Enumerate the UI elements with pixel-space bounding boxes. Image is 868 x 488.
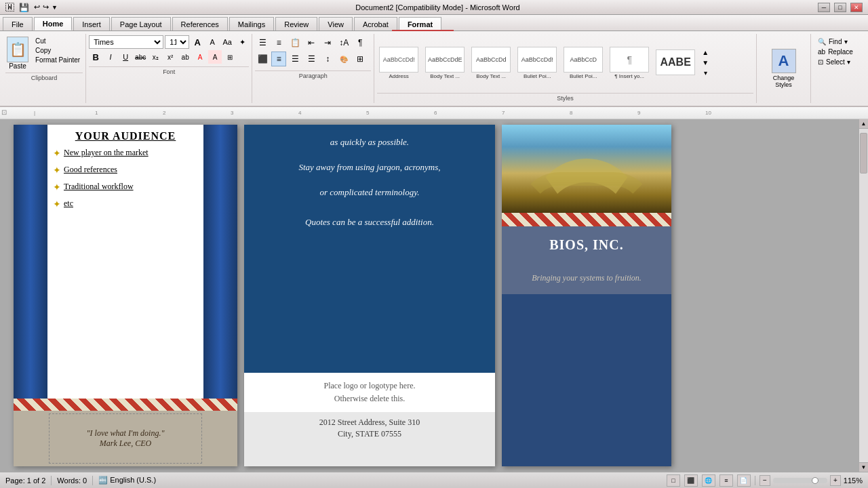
style-insert-preview: ¶ [610, 47, 649, 73]
align-left-button[interactable]: ⬛ [255, 52, 270, 66]
vertical-scrollbar[interactable]: ▲ ▼ [859, 119, 868, 472]
style-address-preview: AaBbCcDd! [379, 47, 418, 73]
change-styles-button[interactable]: A Change Styles [770, 47, 797, 89]
tab-pagelayout[interactable]: Page Layout [111, 17, 171, 30]
bullets-button[interactable]: ☰ [255, 35, 270, 50]
underline-button[interactable]: U [119, 50, 132, 64]
font-size-select[interactable]: 11 10 12 [165, 35, 189, 49]
format-painter-button[interactable]: Format Painter [33, 56, 83, 64]
show-marks-button[interactable]: ¶ [353, 35, 368, 50]
change-case-button[interactable]: Aa [220, 35, 234, 49]
scroll-down-arrow[interactable]: ▼ [859, 462, 868, 472]
line-spacing-button[interactable]: ↕ [320, 52, 335, 66]
tab-view[interactable]: View [319, 17, 353, 30]
grow-font-button[interactable]: A [191, 35, 204, 49]
multilevel-button[interactable]: 📋 [288, 35, 302, 50]
web-layout-btn[interactable]: 🌐 [702, 474, 715, 487]
tab-review[interactable]: Review [275, 17, 317, 30]
text-highlight-button[interactable]: ab [178, 50, 192, 64]
shrink-font-button[interactable]: A [205, 35, 219, 49]
ruler-toggle[interactable]: ⊡ [1, 108, 7, 116]
sort-button[interactable]: ↕A [336, 35, 351, 50]
font-group: Times Arial Calibri 11 10 12 A A Aa ✦ B … [86, 34, 252, 103]
strikethrough-button[interactable]: abc [134, 50, 147, 64]
draft-btn[interactable]: 📄 [737, 474, 751, 487]
subscript-button[interactable]: x₂ [149, 50, 162, 64]
style-bullet1[interactable]: AaBbCcDd! Bullet Poi... [515, 45, 559, 81]
borders-button[interactable]: ⊞ [353, 52, 368, 66]
style-aabe[interactable]: AABE [654, 47, 697, 78]
clear-formatting-button[interactable]: ✦ [235, 35, 249, 49]
quick-save[interactable]: 💾 [19, 3, 29, 12]
font-label: Font [89, 66, 249, 75]
style-bullet2[interactable]: AaBbCcD Bullet Poi... [561, 45, 605, 81]
tab-format[interactable]: Format [399, 17, 441, 30]
style-bullet2-preview: AaBbCcD [564, 47, 603, 73]
right-stripe-bar [502, 213, 671, 226]
styles-scroll-down[interactable]: ▼ [700, 58, 711, 67]
find-button[interactable]: 🔍 Find▾ [814, 37, 863, 47]
shading-button[interactable]: A [208, 50, 222, 64]
clipboard-label: Clipboard [5, 73, 83, 81]
fullscreen-btn[interactable]: ⬛ [684, 474, 698, 487]
replace-button[interactable]: ab Replace [814, 47, 863, 57]
styles-label: Styles [377, 93, 753, 102]
align-center-button[interactable]: ≡ [271, 52, 286, 66]
print-layout-btn[interactable]: □ [667, 474, 680, 487]
customize-btn[interactable]: ▼ [52, 4, 58, 11]
titlebar-title: Document2 [Compatibility Mode] - Microso… [355, 3, 520, 12]
superscript-button[interactable]: x² [163, 50, 177, 64]
italic-button[interactable]: I [104, 50, 117, 64]
tab-mailings[interactable]: Mailings [229, 17, 274, 30]
zoom-out-button[interactable]: − [760, 475, 770, 486]
zoom-level: 115% [844, 476, 863, 485]
shading-para-button[interactable]: 🎨 [336, 52, 351, 66]
increase-indent-button[interactable]: ⇥ [320, 35, 335, 50]
maximize-button[interactable]: □ [834, 3, 846, 12]
clipboard-group: 📋 Paste Cut Copy Format Painter Clipboar… [3, 34, 86, 103]
zoom-thumb[interactable] [812, 477, 818, 484]
tab-file[interactable]: File [3, 17, 33, 30]
undo-btn[interactable]: ↩ [34, 3, 40, 12]
style-address[interactable]: AaBbCcDd! Address [377, 45, 420, 81]
zoom-slider[interactable] [773, 478, 827, 483]
paragraph-group: ☰ ≡ 📋 ⇤ ⇥ ↕A ¶ ⬛ ≡ ☰ ☰ ↕ 🎨 ⊞ Paragraph [252, 34, 374, 103]
style-insert[interactable]: ¶ ¶ Insert yo... [608, 45, 651, 81]
bold-button[interactable]: B [89, 50, 102, 64]
font-color-button[interactable]: A [193, 50, 207, 64]
document-area: YOUR AUDIENCE ✦ New player on the market… [0, 119, 868, 472]
scroll-thumb[interactable] [860, 133, 867, 174]
numbering-button[interactable]: ≡ [271, 35, 286, 50]
copy-button[interactable]: Copy [33, 46, 83, 55]
paste-button[interactable]: 📋 Paste [5, 37, 30, 70]
border-button[interactable]: ⊞ [223, 50, 237, 64]
minimize-button[interactable]: ─ [818, 3, 830, 12]
align-right-button[interactable]: ☰ [288, 52, 302, 66]
style-bodytext1-preview: AaBbCcDdE [425, 47, 465, 73]
close-button[interactable]: ✕ [850, 3, 863, 12]
decrease-indent-button[interactable]: ⇤ [304, 35, 319, 50]
panel1-content: YOUR AUDIENCE ✦ New player on the market… [47, 125, 203, 411]
tab-references[interactable]: References [172, 17, 228, 30]
select-button[interactable]: ⊡ Select ▾ [814, 57, 863, 67]
zoom-in-button[interactable]: + [830, 475, 841, 486]
cut-button[interactable]: Cut [33, 37, 83, 45]
style-bodytext2[interactable]: AaBbCcDd Body Text ... [469, 45, 513, 81]
document-panel-2[interactable]: as quickly as possible. Stay away from u… [244, 125, 495, 466]
statusbar: Page: 1 of 2 Words: 0 🔤 English (U.S.) □… [0, 472, 868, 488]
styles-more[interactable]: ▾ [700, 68, 711, 77]
spell-check-icon[interactable]: 🔤 [98, 476, 108, 484]
status-sep-2 [92, 476, 93, 485]
redo-btn[interactable]: ↪ [43, 3, 49, 12]
tab-insert[interactable]: Insert [73, 17, 110, 30]
outline-btn[interactable]: ≡ [719, 474, 733, 487]
styles-scroll-up[interactable]: ▲ [700, 48, 711, 57]
style-bodytext1[interactable]: AaBbCcDdE Body Text ... [423, 45, 467, 81]
scroll-up-arrow[interactable]: ▲ [859, 119, 868, 129]
document-panel-3[interactable]: BIOS, INC. Bringing your systems to frui… [502, 125, 671, 466]
document-panel-1[interactable]: YOUR AUDIENCE ✦ New player on the market… [14, 125, 237, 466]
font-name-select[interactable]: Times Arial Calibri [89, 35, 163, 49]
tab-home[interactable]: Home [34, 17, 73, 30]
justify-button[interactable]: ☰ [304, 52, 319, 66]
tab-acrobat[interactable]: Acrobat [354, 17, 397, 30]
